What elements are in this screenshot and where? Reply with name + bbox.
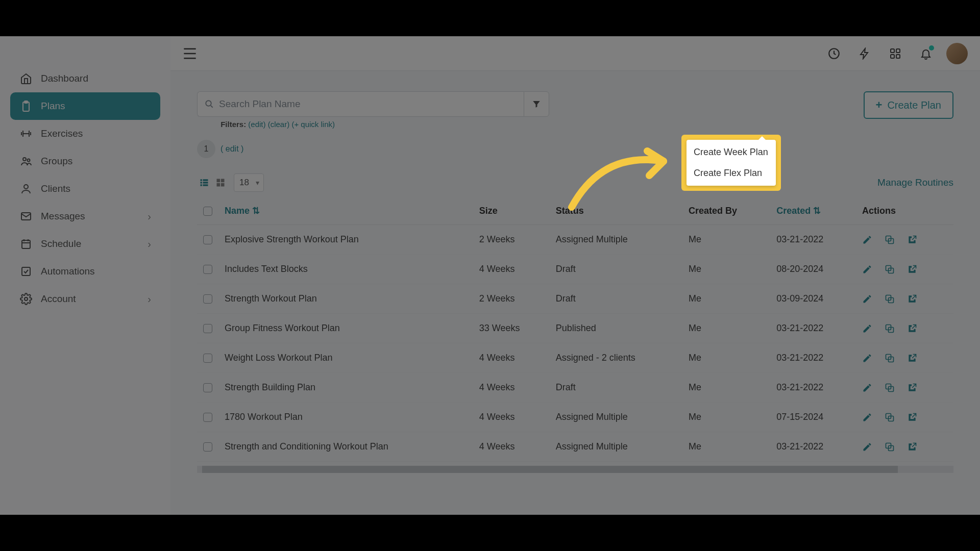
col-name[interactable]: Name ⇅: [218, 197, 473, 225]
sidebar-item-label: Automations: [41, 266, 95, 277]
edit-icon[interactable]: [862, 412, 872, 422]
svg-rect-12: [891, 55, 894, 58]
svg-rect-11: [896, 49, 900, 53]
lightning-icon[interactable]: [854, 43, 875, 64]
pagesize-select[interactable]: 18: [234, 173, 264, 192]
sidebar-item-dashboard[interactable]: Dashboard: [10, 65, 160, 92]
row-checkbox[interactable]: [203, 413, 212, 422]
copy-icon[interactable]: [885, 412, 895, 422]
view-list-button[interactable]: [197, 176, 211, 190]
col-created-by: Created By: [682, 197, 770, 225]
sidebar-item-groups[interactable]: Groups: [10, 147, 160, 175]
cell-name[interactable]: 1780 Workout Plan: [218, 403, 473, 432]
table-row: Weight Loss Workout Plan4 WeeksAssigned …: [197, 343, 953, 373]
cell-name[interactable]: Includes Text Blocks: [218, 255, 473, 284]
row-checkbox[interactable]: [203, 442, 212, 452]
edit-icon[interactable]: [862, 353, 872, 363]
sidebar-item-automations[interactable]: Automations: [10, 258, 160, 285]
funnel-icon: [532, 99, 541, 109]
copy-icon[interactable]: [885, 235, 895, 245]
create-plan-button[interactable]: + Create Plan: [864, 91, 953, 119]
filters-edit-link[interactable]: (edit): [248, 120, 265, 129]
dropdown-item-flex-plan[interactable]: Create Flex Plan: [687, 163, 776, 184]
filters-clear-link[interactable]: (clear): [268, 120, 290, 129]
row-checkbox[interactable]: [203, 294, 212, 304]
scrollbar-thumb[interactable]: [202, 466, 898, 473]
edit-icon[interactable]: [862, 294, 872, 304]
plans-table: Name ⇅ Size Status Created By Created ⇅ …: [197, 197, 953, 462]
apps-grid-icon[interactable]: [885, 43, 905, 64]
external-link-icon[interactable]: [907, 235, 917, 245]
svg-point-4: [24, 185, 28, 189]
filter-button[interactable]: [524, 91, 549, 117]
external-link-icon[interactable]: [907, 383, 917, 393]
copy-icon[interactable]: [885, 442, 895, 452]
external-link-icon[interactable]: [907, 294, 917, 304]
sidebar-item-plans[interactable]: Plans: [10, 92, 160, 120]
edit-icon[interactable]: [862, 323, 872, 334]
edit-icon[interactable]: [862, 383, 872, 393]
cell-name[interactable]: Explosive Strength Workout Plan: [218, 225, 473, 255]
external-link-icon[interactable]: [907, 442, 917, 452]
tag-count[interactable]: 1: [197, 140, 215, 158]
sidebar-item-label: Plans: [41, 101, 65, 112]
row-checkbox[interactable]: [203, 383, 212, 392]
avatar[interactable]: [946, 43, 968, 64]
pagesize-value: 18: [239, 178, 249, 188]
manage-routines-link[interactable]: Manage Routines: [877, 177, 953, 188]
copy-icon[interactable]: [885, 353, 895, 363]
cell-name[interactable]: Group Fitness Workout Plan: [218, 314, 473, 343]
cell-created-by: Me: [682, 314, 770, 343]
svg-rect-15: [201, 179, 202, 181]
filters-quicklink[interactable]: (+ quick link): [291, 120, 335, 129]
user-icon: [19, 182, 33, 195]
external-link-icon[interactable]: [907, 264, 917, 274]
external-link-icon[interactable]: [907, 353, 917, 363]
sidebar-item-messages[interactable]: Messages ›: [10, 203, 160, 230]
tag-edit-link[interactable]: ( edit ): [220, 144, 243, 154]
content-area: Search Plan Name Filters: (edit) (clear)…: [170, 71, 980, 515]
cell-name[interactable]: Weight Loss Workout Plan: [218, 343, 473, 373]
bell-icon[interactable]: [916, 43, 936, 64]
sidebar-item-label: Account: [41, 293, 76, 305]
edit-icon[interactable]: [862, 235, 872, 245]
horizontal-scrollbar[interactable]: [197, 466, 953, 473]
clock-icon[interactable]: [824, 43, 844, 64]
cell-created: 03-21-2022: [770, 432, 856, 462]
users-icon: [19, 155, 33, 168]
edit-icon[interactable]: [862, 264, 872, 274]
chevron-right-icon: ›: [148, 211, 151, 222]
cell-status: Published: [550, 314, 682, 343]
copy-icon[interactable]: [885, 383, 895, 393]
cell-name[interactable]: Strength Building Plan: [218, 373, 473, 403]
search-input[interactable]: Search Plan Name: [197, 91, 524, 117]
cell-size: 33 Weeks: [473, 314, 550, 343]
cell-name[interactable]: Strength Workout Plan: [218, 284, 473, 314]
sidebar-item-schedule[interactable]: Schedule ›: [10, 230, 160, 258]
sidebar-item-account[interactable]: Account ›: [10, 285, 160, 313]
dropdown-item-week-plan[interactable]: Create Week Plan: [687, 142, 776, 163]
external-link-icon[interactable]: [907, 412, 917, 422]
col-created[interactable]: Created ⇅: [770, 197, 856, 225]
row-checkbox[interactable]: [203, 265, 212, 274]
dropdown-caret: [758, 136, 766, 140]
copy-icon[interactable]: [885, 294, 895, 304]
copy-icon[interactable]: [885, 264, 895, 274]
row-checkbox[interactable]: [203, 235, 212, 244]
edit-icon[interactable]: [862, 442, 872, 452]
hamburger-icon[interactable]: [183, 47, 198, 60]
view-grid-button[interactable]: [213, 176, 228, 190]
cell-name[interactable]: Strength and Conditioning Workout Plan: [218, 432, 473, 462]
cell-size: 2 Weeks: [473, 225, 550, 255]
checkbox-all[interactable]: [203, 207, 212, 216]
sidebar-item-exercises[interactable]: Exercises: [10, 120, 160, 147]
app-window: Dashboard Plans Exercises Groups Clients: [0, 36, 980, 515]
letterbox-bottom: [0, 515, 980, 551]
sidebar-item-clients[interactable]: Clients: [10, 175, 160, 203]
external-link-icon[interactable]: [907, 323, 917, 334]
copy-icon[interactable]: [885, 323, 895, 334]
row-checkbox[interactable]: [203, 354, 212, 363]
row-checkbox[interactable]: [203, 324, 212, 333]
svg-rect-21: [217, 179, 220, 183]
dumbbell-icon: [19, 127, 33, 140]
